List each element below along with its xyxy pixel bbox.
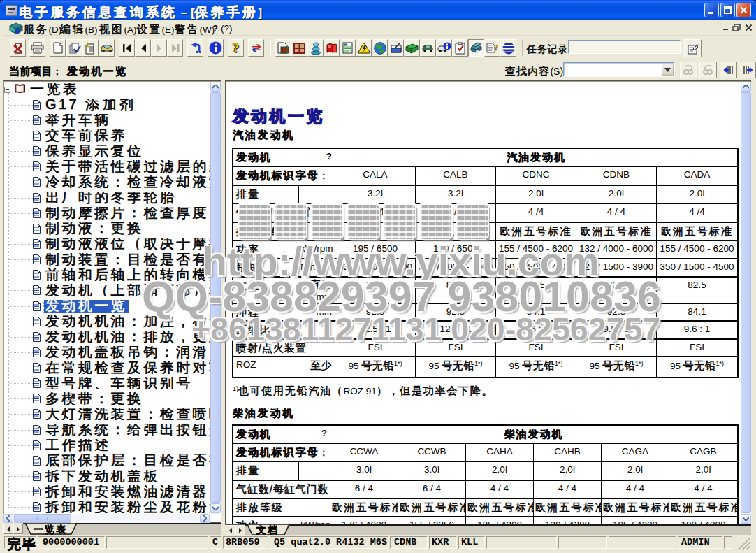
svg-text:?: ? <box>494 42 498 52</box>
